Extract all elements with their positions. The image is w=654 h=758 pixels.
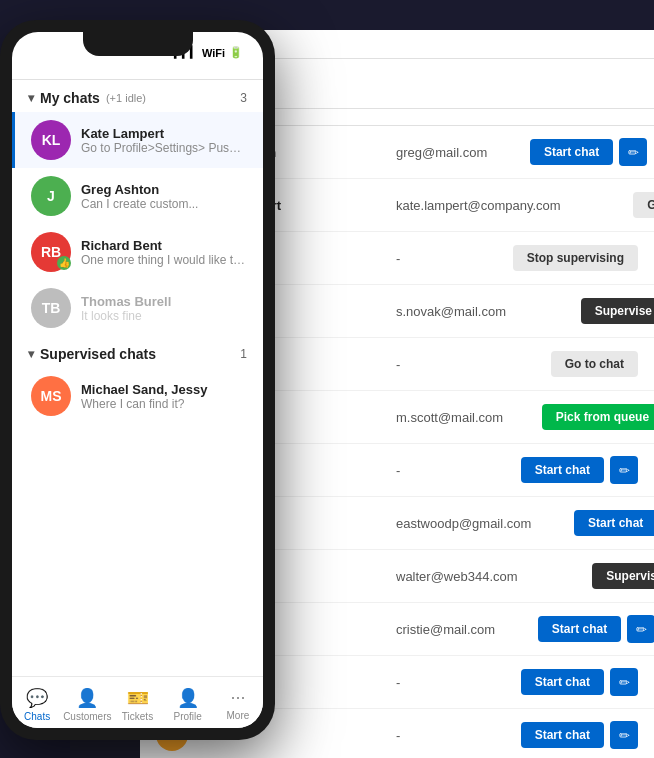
start-chat-button[interactable]: Start chat — [521, 457, 604, 483]
chat-avatar: J — [31, 176, 71, 216]
actions-cell: Supervise — [518, 563, 654, 589]
chat-section: ▾ My chats (+1 idle) 3 KL Kate Lampert G… — [12, 80, 263, 676]
phone-notch — [83, 32, 193, 56]
chat-item[interactable]: J Greg Ashton Can I create custom... — [12, 168, 263, 224]
actions-cell: Start chat ✏ — [495, 615, 654, 643]
tab-invited[interactable] — [284, 30, 316, 58]
chat-item[interactable]: MS Michael Sand, Jessy Where I can find … — [12, 368, 263, 424]
customer-email: - — [396, 357, 478, 372]
start-chat-button[interactable]: Start chat — [521, 669, 604, 695]
section-label: My chats — [40, 90, 100, 106]
chat-info: Kate Lampert Go to Profile>Settings> Pus… — [81, 126, 247, 155]
chat-info: Michael Sand, Jessy Where I can find it? — [81, 382, 247, 411]
chat-info: Richard Bent One more thing I would like… — [81, 238, 247, 267]
edit-button[interactable]: ✏ — [610, 668, 638, 696]
customer-email: s.novak@mail.com — [396, 304, 506, 319]
chat-avatar: KL — [31, 120, 71, 160]
start-chat-button[interactable]: Start chat — [521, 722, 604, 748]
section-count: 3 — [240, 91, 247, 105]
stop-supervising-button[interactable]: Stop supervising — [513, 245, 638, 271]
nav-item-profile[interactable]: 👤 Profile — [163, 683, 213, 726]
customer-email: greg@mail.com — [396, 145, 487, 160]
chat-preview: One more thing I would like to a... — [81, 253, 247, 267]
chevron-icon[interactable]: ▾ — [28, 347, 34, 361]
chat-name: Michael Sand, Jessy — [81, 382, 247, 397]
chat-preview: Can I create custom... — [81, 197, 247, 211]
nav-label: More — [227, 710, 250, 721]
chat-avatar: MS — [31, 376, 71, 416]
phone-frame: ▎▎▎ WiFi 🔋 ▾ My chats (+1 idle) 3 KL — [0, 20, 275, 740]
edit-button[interactable]: ✏ — [610, 456, 638, 484]
actions-cell: Start chat ✏ — [478, 721, 638, 749]
chat-info: Greg Ashton Can I create custom... — [81, 182, 247, 211]
edit-button[interactable]: ✏ — [610, 721, 638, 749]
actions-cell: Start chat ✏ — [478, 668, 638, 696]
chat-name: Kate Lampert — [81, 126, 247, 141]
customer-email: eastwoodp@gmail.com — [396, 516, 531, 531]
section-title: ▾ My chats (+1 idle) — [28, 90, 146, 106]
customer-email: m.scott@mail.com — [396, 410, 503, 425]
chat-preview: It looks fine — [81, 309, 247, 323]
chat-avatar: TB — [31, 288, 71, 328]
chat-item[interactable]: KL Kate Lampert Go to Profile>Settings> … — [12, 112, 263, 168]
actions-cell: Start chat ✏ — [478, 456, 638, 484]
supervise-button[interactable]: Supervise — [581, 298, 654, 324]
nav-item-more[interactable]: ··· More — [213, 683, 263, 726]
nav-item-customers[interactable]: 👤 Customers — [62, 683, 112, 726]
actions-cell: Supervise — [506, 298, 654, 324]
chat-avatar-wrap: RB 👍 — [31, 232, 71, 272]
nav-item-tickets[interactable]: 🎫 Tickets — [112, 683, 162, 726]
chat-name: Thomas Burell — [81, 294, 247, 309]
nav-icon: ··· — [230, 687, 245, 708]
chat-section-group: ▾ Supervised chats 1 MS Michael Sand, Je… — [12, 336, 263, 424]
go-to-chat-button[interactable]: Go to chat — [633, 192, 654, 218]
customer-email: - — [396, 251, 478, 266]
actions-cell: Stop supervising — [478, 245, 638, 271]
section-label: Supervised chats — [40, 346, 156, 362]
go-to-chat-button[interactable]: Go to chat — [551, 351, 638, 377]
section-header: ▾ Supervised chats 1 — [12, 336, 263, 368]
section-title: ▾ Supervised chats — [28, 346, 156, 362]
chat-item[interactable]: TB Thomas Burell It looks fine — [12, 280, 263, 336]
nav-icon: 👤 — [177, 687, 199, 709]
chat-avatar-wrap: MS — [31, 376, 71, 416]
start-chat-button[interactable]: Start chat — [574, 510, 654, 536]
customer-email: - — [396, 728, 478, 743]
section-count: 1 — [240, 347, 247, 361]
chat-avatar-wrap: KL — [31, 120, 71, 160]
bottom-nav: 💬 Chats 👤 Customers 🎫 Tickets 👤 Profile … — [12, 676, 263, 728]
actions-cell: Go to chat — [561, 192, 654, 218]
nav-item-chats[interactable]: 💬 Chats — [12, 683, 62, 726]
customer-email: cristie@mail.com — [396, 622, 495, 637]
nav-icon: 🎫 — [127, 687, 149, 709]
start-chat-button[interactable]: Start chat — [538, 616, 621, 642]
battery-icon: 🔋 — [229, 46, 243, 59]
customer-email: walter@web344.com — [396, 569, 518, 584]
chat-avatar-wrap: J — [31, 176, 71, 216]
nav-label: Profile — [174, 711, 202, 722]
idle-badge: (+1 idle) — [106, 92, 146, 104]
chat-section-group: ▾ My chats (+1 idle) 3 KL Kate Lampert G… — [12, 80, 263, 336]
customer-email: - — [396, 675, 478, 690]
customer-email: kate.lampert@company.com — [396, 198, 561, 213]
phone-screen: ▎▎▎ WiFi 🔋 ▾ My chats (+1 idle) 3 KL — [12, 32, 263, 728]
nav-icon: 💬 — [26, 687, 48, 709]
chat-name: Greg Ashton — [81, 182, 247, 197]
nav-icon: 👤 — [76, 687, 98, 709]
customer-email: - — [396, 463, 478, 478]
pick-from-queue-button[interactable]: Pick from queue — [542, 404, 654, 430]
edit-button[interactable]: ✏ — [619, 138, 647, 166]
chat-item[interactable]: RB 👍 Richard Bent One more thing I would… — [12, 224, 263, 280]
edit-button[interactable]: ✏ — [627, 615, 654, 643]
chat-avatar-wrap: TB — [31, 288, 71, 328]
actions-cell: Go to chat — [478, 351, 638, 377]
section-header: ▾ My chats (+1 idle) 3 — [12, 80, 263, 112]
chat-name: Richard Bent — [81, 238, 247, 253]
start-chat-button[interactable]: Start chat — [530, 139, 613, 165]
nav-label: Tickets — [122, 711, 153, 722]
actions-cell: Start chat ✏ — [531, 509, 654, 537]
actions-cell: Pick from queue — [503, 404, 654, 430]
chevron-icon[interactable]: ▾ — [28, 91, 34, 105]
thumbs-up-icon: 👍 — [57, 256, 71, 270]
supervise-button[interactable]: Supervise — [592, 563, 654, 589]
